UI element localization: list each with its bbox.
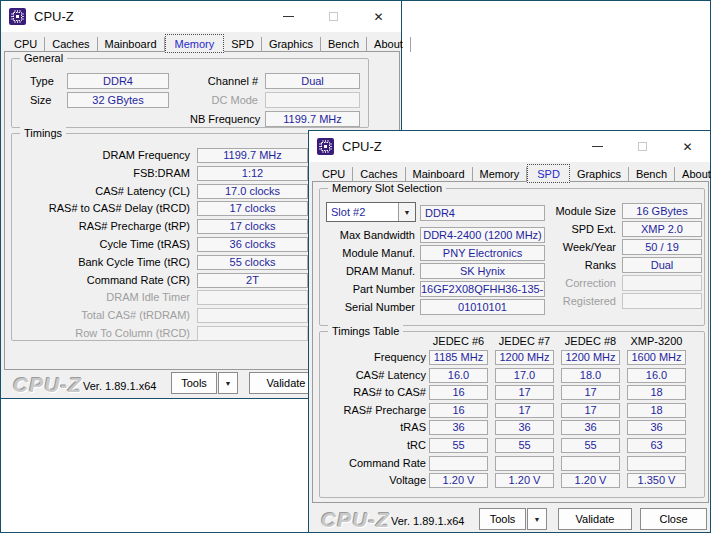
- tab[interactable]: Bench: [629, 167, 675, 182]
- tab[interactable]: About: [367, 37, 411, 52]
- cell-xmp3200: 16.0: [627, 368, 686, 383]
- row-label: CAS# Latency: [328, 368, 426, 383]
- timings-rows: DRAM Frequency 1199.7 MHz FSB:DRAM 1:12 …: [20, 148, 308, 344]
- field-value: 1199.7 MHz: [197, 148, 308, 163]
- field-value: [197, 326, 308, 341]
- tools-button[interactable]: Tools: [171, 372, 217, 394]
- timing-row: RAS# Precharge (tRP) 17 clocks: [20, 219, 308, 234]
- field-row: Correction: [548, 275, 702, 291]
- field-label: SPD Ext.: [548, 223, 616, 235]
- cell-jedec8: 17: [561, 403, 620, 418]
- dropdown-arrow-icon[interactable]: ▼: [398, 203, 415, 221]
- field-value: 50 / 19: [622, 239, 702, 255]
- field-label: Cycle Time (tRAS): [20, 237, 190, 252]
- memory-slot-selection-group: Memory Slot Selection Slot #2 ▼ DDR4 Max…: [319, 188, 705, 326]
- close-button[interactable]: ✕: [665, 131, 710, 162]
- field-row: Module Size 16 GBytes: [548, 203, 702, 219]
- timing-row: DRAM Frequency 1199.7 MHz: [20, 148, 308, 163]
- field-value: [622, 293, 702, 309]
- field-label: Correction: [548, 277, 616, 289]
- caption-buttons: ✕: [266, 1, 401, 32]
- dropdown-arrow-icon: ▼: [225, 380, 232, 387]
- timings-table-group: Timings Table JEDEC #6JEDEC #7JEDEC #8XM…: [319, 331, 705, 498]
- cpuz-spd-window: CPU-Z ✕ CPUCachesMainboardMemorySPDGraph…: [308, 130, 711, 533]
- field-value: PNY Electronics: [420, 245, 545, 261]
- close-window-button[interactable]: Close: [640, 508, 707, 530]
- row-label: tRC: [328, 438, 426, 453]
- minimize-button[interactable]: [575, 131, 620, 162]
- tab[interactable]: SPD: [224, 37, 262, 52]
- minimize-icon: [592, 146, 603, 147]
- tab[interactable]: Memory: [473, 167, 528, 182]
- tab[interactable]: Mainboard: [406, 167, 473, 182]
- field-label: Part Number: [320, 283, 415, 295]
- field-value: 1199.7 MHz: [265, 111, 360, 127]
- close-button[interactable]: ✕: [356, 1, 401, 32]
- version-text: Ver. 1.89.1.x64: [391, 515, 464, 527]
- cell-jedec6: 16: [429, 385, 488, 400]
- field-value: 17 clocks: [197, 201, 308, 216]
- tab[interactable]: CPU: [7, 37, 45, 52]
- titlebar[interactable]: CPU-Z ✕: [309, 131, 710, 162]
- tab[interactable]: SPD: [527, 164, 570, 183]
- group-title: General: [20, 52, 67, 65]
- tools-button[interactable]: Tools: [479, 508, 526, 530]
- field-value: [197, 290, 308, 305]
- cell-xmp3200: 1600 MHz: [627, 350, 686, 365]
- field-row: Serial Number 01010101: [320, 299, 545, 315]
- field-value: 32 GBytes: [67, 92, 169, 108]
- field-value: 17 clocks: [197, 219, 308, 234]
- field-value: XMP 2.0: [622, 221, 702, 237]
- cell-jedec7: 17.0: [495, 368, 554, 383]
- tab[interactable]: About: [675, 167, 711, 182]
- tab[interactable]: Graphics: [262, 37, 321, 52]
- field-value: 16GF2X08QFHH36-135-K: [420, 281, 545, 297]
- validate-button[interactable]: Validate: [558, 508, 632, 530]
- tab[interactable]: Memory: [165, 34, 225, 53]
- column-header: JEDEC #7: [495, 335, 554, 347]
- row-label: RAS# Precharge: [328, 403, 426, 418]
- cell-jedec8: 1.20 V: [561, 473, 620, 488]
- field-row: Type DDR4: [30, 73, 169, 89]
- table-row: CAS# Latency 16.0 17.0 18.0 16.0: [328, 368, 704, 383]
- timing-row: Bank Cycle Time (tRC) 55 clocks: [20, 255, 308, 270]
- tab[interactable]: Bench: [321, 37, 367, 52]
- minimize-icon: [283, 16, 294, 17]
- window-title: CPU-Z: [342, 139, 382, 154]
- field-value: Dual: [622, 257, 702, 273]
- field-value: SK Hynix: [420, 263, 545, 279]
- tab[interactable]: Caches: [45, 37, 97, 52]
- tab[interactable]: Caches: [353, 167, 405, 182]
- cell-xmp3200: [627, 456, 686, 471]
- timings-table-rows: Frequency 1185 MHz 1200 MHz 1200 MHz 160…: [328, 350, 704, 491]
- field-value: [622, 275, 702, 291]
- cell-xmp3200: 36: [627, 420, 686, 435]
- field-label: DC Mode: [190, 94, 258, 106]
- cpuz-logo: CPU-Z: [13, 373, 82, 397]
- field-value: 16 GBytes: [622, 203, 702, 219]
- timing-row: CAS# Latency (CL) 17.0 clocks: [20, 184, 308, 199]
- cell-xmp3200: 18: [627, 403, 686, 418]
- slot-selector-value: Slot #2: [327, 206, 398, 218]
- titlebar[interactable]: CPU-Z ✕: [1, 1, 401, 32]
- maximize-button[interactable]: [311, 1, 356, 32]
- field-label: Registered: [548, 295, 616, 307]
- tab[interactable]: CPU: [315, 167, 353, 182]
- tab[interactable]: Mainboard: [98, 37, 165, 52]
- table-row: tRAS 36 36 36 36: [328, 420, 704, 435]
- tools-dropdown-button[interactable]: ▼: [218, 372, 238, 394]
- timing-row: Total CAS# (tRDRAM): [20, 308, 308, 323]
- field-row: Max Bandwidth DDR4-2400 (1200 MHz): [320, 227, 545, 243]
- tools-dropdown-button[interactable]: ▼: [527, 508, 547, 530]
- timing-row: DRAM Idle Timer: [20, 290, 308, 305]
- field-label: DRAM Frequency: [20, 148, 190, 163]
- timing-row: RAS# to CAS# Delay (tRCD) 17 clocks: [20, 201, 308, 216]
- field-value: 36 clocks: [197, 237, 308, 252]
- slot-selector[interactable]: Slot #2 ▼: [326, 202, 416, 222]
- cell-jedec7: 17: [495, 385, 554, 400]
- minimize-button[interactable]: [266, 1, 311, 32]
- field-label: Total CAS# (tRDRAM): [20, 308, 190, 323]
- maximize-button[interactable]: [620, 131, 665, 162]
- cpuz-app-icon: [317, 138, 334, 155]
- tab[interactable]: Graphics: [570, 167, 629, 182]
